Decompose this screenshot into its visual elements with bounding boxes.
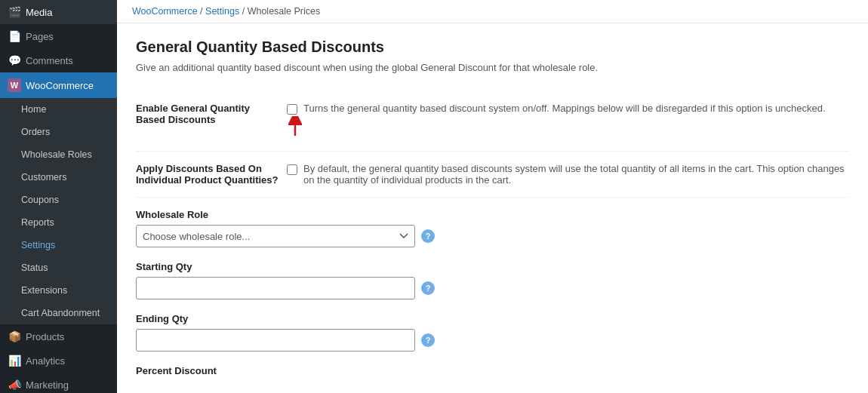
sidebar-item-media[interactable]: 🎬 Media — [0, 0, 117, 24]
apply-discounts-checkbox[interactable] — [287, 164, 297, 175]
apply-discounts-field: By default, the general quantity based d… — [287, 163, 849, 186]
settings-form: Enable General Quantity Based Discounts … — [136, 91, 849, 198]
starting-qty-help-icon[interactable]: ? — [421, 281, 435, 295]
wholesale-role-field-row: Choose wholesale role... ? — [136, 225, 849, 247]
enable-discounts-label: Enable General Quantity Based Discounts — [136, 103, 250, 125]
arrow-up-indicator — [288, 116, 302, 137]
woocommerce-icon: W — [8, 78, 21, 92]
enable-discounts-checkbox[interactable] — [287, 104, 297, 115]
breadcrumb-settings-link[interactable]: Settings — [205, 6, 239, 17]
sidebar-item-status[interactable]: Status — [0, 256, 117, 279]
page-title: General Quantity Based Discounts — [136, 38, 849, 56]
sidebar: 🎬 Media 📄 Pages 💬 Comments W WooCommerce… — [0, 0, 117, 393]
wholesale-role-section: Wholesale Role Choose wholesale role... … — [136, 198, 849, 388]
sidebar-item-customers[interactable]: Customers — [0, 166, 117, 189]
sidebar-item-home[interactable]: Home — [0, 98, 117, 121]
ending-qty-label: Ending Qty — [136, 313, 849, 324]
apply-discounts-description: By default, the general quantity based d… — [303, 163, 849, 186]
sidebar-item-analytics[interactable]: 📊 Analytics — [0, 348, 117, 373]
sidebar-item-pages[interactable]: 📄 Pages — [0, 24, 117, 48]
sidebar-item-woocommerce[interactable]: W WooCommerce — [0, 72, 117, 98]
media-icon: 🎬 — [8, 6, 21, 18]
analytics-icon: 📊 — [8, 355, 21, 367]
sidebar-item-cart-abandonment[interactable]: Cart Abandonment — [0, 302, 117, 324]
sidebar-item-wholesale-roles[interactable]: Wholesale Roles — [0, 143, 117, 166]
apply-discounts-row: Apply Discounts Based On Individual Prod… — [136, 152, 849, 198]
sidebar-item-coupons[interactable]: Coupons — [0, 189, 117, 211]
apply-discounts-label: Apply Discounts Based On Individual Prod… — [136, 163, 279, 186]
enable-discounts-row: Enable General Quantity Based Discounts … — [136, 91, 849, 152]
content-area: General Quantity Based Discounts Give an… — [117, 23, 868, 393]
breadcrumb: WooCommerce / Settings / Wholesale Price… — [117, 0, 868, 23]
starting-qty-input[interactable] — [136, 277, 415, 299]
products-icon: 📦 — [8, 330, 21, 342]
breadcrumb-woocommerce-link[interactable]: WooCommerce — [132, 6, 198, 17]
sidebar-item-settings[interactable]: Settings — [0, 234, 117, 256]
main-content: WooCommerce / Settings / Wholesale Price… — [117, 0, 868, 393]
page-description: Give an additional quantity based discou… — [136, 62, 849, 73]
sidebar-item-comments[interactable]: 💬 Comments — [0, 48, 117, 72]
breadcrumb-current: Wholesale Prices — [248, 6, 321, 17]
ending-qty-help-icon[interactable]: ? — [421, 333, 435, 347]
ending-qty-field-row: ? — [136, 329, 849, 352]
breadcrumb-sep2: / — [242, 6, 248, 17]
sidebar-item-marketing[interactable]: 📣 Marketing — [0, 373, 117, 393]
breadcrumb-sep1: / — [200, 6, 205, 17]
sidebar-item-extensions[interactable]: Extensions — [0, 279, 117, 302]
starting-qty-field-row: ? — [136, 277, 849, 299]
comments-icon: 💬 — [8, 54, 21, 66]
wholesale-role-help-icon[interactable]: ? — [421, 229, 435, 243]
sidebar-item-reports[interactable]: Reports — [0, 211, 117, 234]
ending-qty-input[interactable] — [136, 329, 415, 352]
sidebar-item-orders[interactable]: Orders — [0, 121, 117, 143]
percent-discount-label: Percent Discount — [136, 365, 849, 376]
woocommerce-submenu: Home Orders Wholesale Roles Customers Co… — [0, 98, 117, 324]
wholesale-role-label: Wholesale Role — [136, 209, 849, 220]
wholesale-role-select[interactable]: Choose wholesale role... — [136, 225, 415, 247]
enable-discounts-checkbox-row: Turns the general quantity based discoun… — [287, 103, 826, 115]
starting-qty-label: Starting Qty — [136, 261, 849, 272]
enable-discounts-description: Turns the general quantity based discoun… — [303, 103, 826, 114]
pages-icon: 📄 — [8, 30, 21, 42]
enable-discounts-field: Turns the general quantity based discoun… — [287, 103, 849, 140]
sidebar-item-products[interactable]: 📦 Products — [0, 324, 117, 348]
marketing-icon: 📣 — [8, 379, 21, 391]
